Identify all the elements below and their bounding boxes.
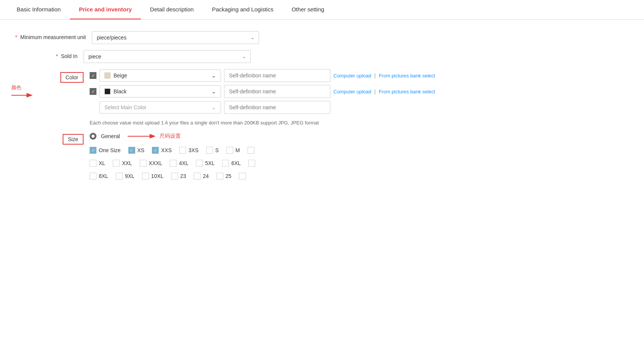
nav-tab-packaging[interactable]: Packaging and Logistics xyxy=(203,0,283,19)
color-select-main[interactable]: Select Main Color ⌄ xyxy=(99,101,221,113)
size-item-one-size: One Size xyxy=(90,147,121,154)
black-computer-upload-link[interactable]: Computer upload xyxy=(333,89,371,94)
sold-in-select-wrapper: piece ⌄ xyxy=(84,50,251,63)
size-checkbox-extra3[interactable] xyxy=(239,173,246,179)
black-self-def-input[interactable] xyxy=(224,85,330,98)
main-self-def-input[interactable] xyxy=(224,101,330,114)
size-checkbox-extra1[interactable] xyxy=(248,147,254,154)
size-checkbox-5xl[interactable] xyxy=(196,160,203,167)
size-label-s: S xyxy=(215,147,219,153)
size-checkbox-xxs[interactable] xyxy=(152,147,159,154)
black-chevron-icon: ⌄ xyxy=(212,88,216,94)
size-checkbox-xs[interactable] xyxy=(128,147,135,154)
size-checkbox-xxl[interactable] xyxy=(113,160,120,167)
nav-tab-basic[interactable]: Basic Information xyxy=(8,0,70,19)
size-checkbox-8xl[interactable] xyxy=(90,173,96,179)
beige-swatch-icon xyxy=(104,72,110,79)
size-label-3xs: 3XS xyxy=(188,147,198,153)
size-label-xl: XL xyxy=(99,160,105,166)
beige-color-name: Beige xyxy=(114,72,127,79)
size-item-3xs: 3XS xyxy=(179,147,198,154)
size-item-4xl: 4XL xyxy=(170,160,188,167)
beige-upload-links: Computer upload | From pictures bank sel… xyxy=(333,72,435,79)
size-label-8xl: 8XL xyxy=(99,173,108,179)
beige-self-def-input[interactable] xyxy=(224,69,330,82)
size-label-box: Size xyxy=(63,134,84,145)
color-checkbox-black[interactable] xyxy=(90,88,96,95)
color-arrow-icon xyxy=(11,90,34,101)
size-checkbox-xxxl[interactable] xyxy=(140,160,147,167)
nav-tab-price[interactable]: Price and inventory xyxy=(70,0,141,19)
nav-tab-detail[interactable]: Detail description xyxy=(141,0,203,19)
size-checkbox-24[interactable] xyxy=(194,173,200,179)
size-label-9xl: 9XL xyxy=(125,173,134,179)
size-item-25: 25 xyxy=(216,173,232,179)
beige-upload-divider: | xyxy=(374,72,376,79)
nav-tab-other[interactable]: Other setting xyxy=(283,0,333,19)
size-radio-general[interactable] xyxy=(90,133,96,140)
beige-computer-upload-link[interactable]: Computer upload xyxy=(333,73,371,79)
size-arrow-icon xyxy=(128,132,158,141)
size-checkbox-9xl[interactable] xyxy=(116,173,123,179)
size-item-10xl: 10XL xyxy=(142,173,164,179)
size-general-label: General xyxy=(101,133,120,139)
size-item-6xl: 6XL xyxy=(222,160,241,167)
color-row-main: Select Main Color ⌄ xyxy=(90,101,435,114)
main-chevron-icon: ⌄ xyxy=(212,104,216,110)
beige-bank-select-link[interactable]: From pictures bank select xyxy=(379,73,435,79)
color-checkbox-beige[interactable] xyxy=(90,72,96,79)
color-section: 颜色 Color xyxy=(15,69,629,126)
size-item-extra1 xyxy=(248,147,254,154)
size-checkbox-one-size[interactable] xyxy=(90,147,96,154)
size-item-9xl: 9XL xyxy=(116,173,134,179)
size-item-xl: XL xyxy=(90,160,105,167)
size-checkbox-10xl[interactable] xyxy=(142,173,149,179)
color-rows-container: Beige ⌄ Computer upload | From pictures … xyxy=(90,69,435,126)
color-select-beige[interactable]: Beige ⌄ xyxy=(99,69,221,82)
size-label-10xl: 10XL xyxy=(151,173,164,179)
size-section: Size General 尺码设置 xyxy=(15,132,629,179)
size-label-one-size: One Size xyxy=(99,147,121,153)
size-item-xxl: XXL xyxy=(113,160,132,167)
size-item-extra2 xyxy=(248,160,255,167)
size-label-xxl: XXL xyxy=(122,160,132,166)
size-label-xxxl: XXXL xyxy=(149,160,163,166)
beige-chevron-icon: ⌄ xyxy=(212,72,216,79)
size-item-xxxl: XXXL xyxy=(140,160,163,167)
measurement-select-wrapper: piece/pieces ⌄ xyxy=(92,31,259,44)
size-label-23: 23 xyxy=(180,173,186,179)
size-item-xxs: XXS xyxy=(152,147,172,154)
size-checkbox-extra2[interactable] xyxy=(248,160,255,167)
size-content: General 尺码设置 xyxy=(90,132,255,179)
size-checkbox-s[interactable] xyxy=(206,147,213,154)
sold-in-row: * Sold In piece ⌄ xyxy=(15,50,629,63)
sold-in-select[interactable]: piece xyxy=(84,50,251,63)
size-checkbox-3xs[interactable] xyxy=(179,147,186,154)
measurement-label: * Minimum measurement unit xyxy=(15,31,92,40)
size-row-2: XL XXL XXXL 4XL 5XL xyxy=(90,160,255,167)
measurement-select[interactable]: piece/pieces xyxy=(92,31,259,44)
size-label-m: M xyxy=(235,147,240,153)
size-checkbox-6xl[interactable] xyxy=(222,160,229,167)
size-checkbox-xl[interactable] xyxy=(90,160,96,167)
black-bank-select-link[interactable]: From pictures bank select xyxy=(379,89,435,94)
black-swatch-icon xyxy=(104,88,110,94)
color-select-black[interactable]: Black ⌄ xyxy=(99,85,221,98)
size-label-25: 25 xyxy=(226,173,232,179)
size-checkbox-4xl[interactable] xyxy=(170,160,177,167)
nav-tabs: Basic InformationPrice and inventoryDeta… xyxy=(0,0,644,20)
measurement-unit-row: * Minimum measurement unit piece/pieces … xyxy=(15,31,629,44)
size-label-5xl: 5XL xyxy=(205,160,215,166)
size-item-23: 23 xyxy=(171,173,186,179)
size-checkbox-25[interactable] xyxy=(216,173,223,179)
size-checkbox-23[interactable] xyxy=(171,173,178,179)
size-label-24: 24 xyxy=(203,173,209,179)
size-label-4xl: 4XL xyxy=(179,160,188,166)
size-label-xxs: XXS xyxy=(161,147,172,153)
color-helper-text: Each choose value most upload 1 A your f… xyxy=(90,120,435,126)
size-row-1: One Size XS XXS 3XS S xyxy=(90,147,255,154)
size-checkbox-m[interactable] xyxy=(226,147,233,154)
size-item-5xl: 5XL xyxy=(196,160,215,167)
size-label-6xl: 6XL xyxy=(231,160,241,166)
size-row-3: 8XL 9XL 10XL 23 24 xyxy=(90,173,255,179)
